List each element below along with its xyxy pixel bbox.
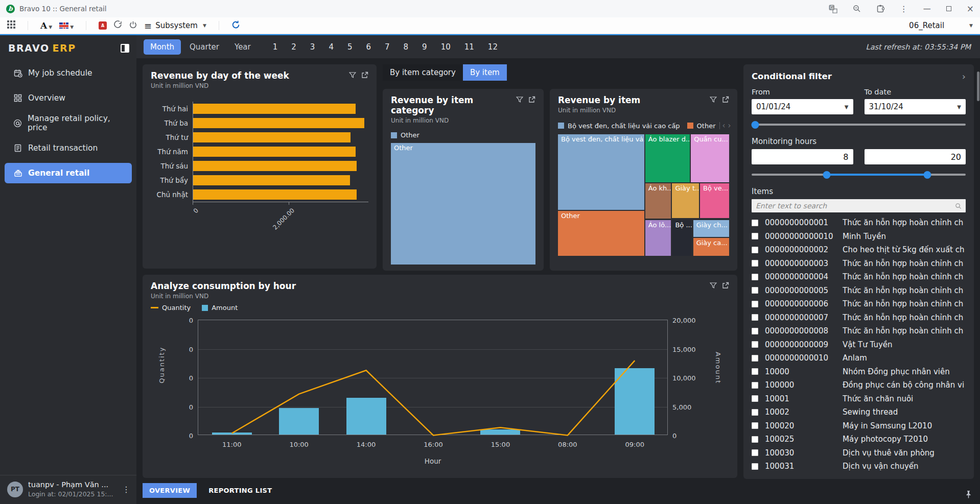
item-checkbox[interactable] — [752, 409, 758, 416]
item-checkbox[interactable] — [752, 463, 758, 470]
font-selector[interactable]: A▼ — [40, 20, 52, 31]
treemap-tile[interactable]: Bộ vest đen, chất liệu vả... — [558, 134, 644, 210]
revenue-bar[interactable] — [193, 104, 356, 114]
treemap-tile[interactable]: Quần cu... — [691, 134, 729, 182]
sidebar-item-overview[interactable]: Overview — [5, 88, 132, 108]
month-number-12[interactable]: 12 — [488, 42, 498, 52]
subsystem-menu[interactable]: ≡Subsystem▼ — [144, 20, 206, 31]
month-number-2[interactable]: 2 — [291, 42, 296, 52]
logout-arrow-icon[interactable] — [114, 20, 122, 31]
user-menu-icon[interactable]: ⋮ — [122, 485, 130, 494]
nav-prev-icon[interactable]: ‹ — [722, 121, 726, 130]
sidebar-item-my-job-schedule[interactable]: My job schedule — [5, 63, 132, 83]
power-icon[interactable] — [129, 21, 137, 31]
profile-caret-icon[interactable]: ▼ — [969, 23, 973, 28]
item-checkbox[interactable] — [752, 422, 758, 429]
hour-to-input[interactable] — [865, 149, 966, 164]
view-tab-by-item-category[interactable]: By item category — [383, 64, 463, 81]
zoom-search-icon[interactable] — [853, 5, 861, 13]
extensions-icon[interactable] — [876, 5, 884, 13]
item-checkbox[interactable] — [752, 341, 758, 348]
item-checkbox[interactable] — [752, 233, 758, 239]
item-checkbox[interactable] — [752, 328, 758, 334]
month-number-8[interactable]: 8 — [404, 42, 409, 52]
month-number-6[interactable]: 6 — [366, 42, 371, 52]
profile-selector[interactable]: 06_Retail — [909, 21, 944, 30]
month-number-4[interactable]: 4 — [329, 42, 334, 52]
revenue-bar[interactable] — [193, 132, 351, 142]
item-checkbox[interactable] — [752, 301, 758, 307]
month-number-5[interactable]: 5 — [347, 42, 353, 52]
period-tab-month[interactable]: Month — [144, 39, 181, 55]
treemap-tile[interactable]: Áo lô... — [645, 220, 671, 256]
close-button[interactable]: × — [967, 4, 974, 14]
revenue-bar[interactable] — [193, 161, 357, 171]
item-checkbox[interactable] — [752, 449, 758, 456]
sidebar-collapse-icon[interactable] — [121, 44, 129, 53]
revenue-bar[interactable] — [193, 189, 357, 200]
revenue-bar[interactable] — [193, 175, 350, 185]
scrollbar[interactable] — [976, 58, 980, 504]
month-number-1[interactable]: 1 — [273, 42, 278, 52]
item-checkbox[interactable] — [752, 247, 758, 253]
item-checkbox[interactable] — [752, 314, 758, 321]
treemap-tile[interactable]: Giày ch... — [693, 220, 729, 237]
pin-icon[interactable] — [965, 490, 972, 501]
item-checkbox[interactable] — [752, 436, 758, 443]
month-number-9[interactable]: 9 — [422, 42, 427, 52]
footer-tab-overview[interactable]: OVERVIEW — [143, 483, 197, 498]
revenue-bar[interactable] — [193, 118, 364, 128]
range-low-handle[interactable] — [823, 171, 830, 179]
treemap-tile[interactable]: Áo blazer d... — [645, 134, 690, 182]
minimize-button[interactable]: — — [923, 4, 931, 13]
item-checkbox[interactable] — [752, 395, 758, 402]
apps-grid-icon[interactable] — [7, 20, 15, 31]
month-number-11[interactable]: 11 — [464, 42, 474, 52]
treemap-tile[interactable]: Bộ ve... — [700, 183, 729, 218]
sidebar-item-manage-retail-policy-price[interactable]: Manage retail policy, price — [5, 113, 132, 133]
panel-collapse-icon[interactable]: › — [962, 71, 966, 82]
hour-from-input[interactable] — [752, 149, 853, 164]
item-checkbox[interactable] — [752, 355, 758, 362]
maximize-button[interactable] — [946, 6, 951, 11]
item-checkbox[interactable] — [752, 287, 758, 294]
treemap-tile[interactable]: Giày ca... — [693, 238, 729, 256]
treemap-tile[interactable]: Other — [558, 211, 644, 256]
month-number-10[interactable]: 10 — [441, 42, 451, 52]
date-slider-handle[interactable] — [752, 121, 759, 129]
filter-funnel-icon[interactable] — [710, 96, 717, 103]
treemap-tile[interactable]: Other — [391, 143, 535, 265]
translate-icon[interactable]: G — [829, 5, 837, 13]
nav-next-icon[interactable]: › — [728, 121, 731, 130]
filter-funnel-icon[interactable] — [349, 71, 356, 79]
period-tab-year[interactable]: Year — [228, 39, 258, 55]
expand-icon[interactable] — [722, 282, 729, 289]
filter-funnel-icon[interactable] — [516, 96, 523, 103]
from-date-input[interactable]: 01/01/24▼ — [752, 99, 853, 114]
item-checkbox[interactable] — [752, 260, 758, 267]
month-number-7[interactable]: 7 — [385, 42, 390, 52]
item-checkbox[interactable] — [752, 274, 758, 280]
sidebar-item-retail-transaction[interactable]: Retail transaction — [5, 138, 132, 158]
footer-tab-reporting-list[interactable]: REPORTING LIST — [202, 483, 278, 498]
browser-menu-icon[interactable]: ⋮ — [900, 4, 908, 14]
revenue-bar[interactable] — [193, 147, 356, 157]
filter-funnel-icon[interactable] — [710, 282, 717, 289]
refresh-icon[interactable] — [231, 20, 240, 31]
expand-icon[interactable] — [361, 71, 368, 79]
to-date-input[interactable]: 31/10/24▼ — [865, 99, 966, 114]
expand-icon[interactable] — [528, 96, 535, 103]
period-tab-quarter[interactable]: Quarter — [183, 39, 226, 55]
item-checkbox[interactable] — [752, 382, 758, 389]
expand-icon[interactable] — [722, 96, 729, 103]
range-high-handle[interactable] — [923, 171, 931, 179]
item-checkbox[interactable] — [752, 220, 758, 226]
month-number-3[interactable]: 3 — [310, 42, 315, 52]
language-selector[interactable]: ▼ — [59, 21, 74, 31]
pdf-export-icon[interactable]: A — [99, 21, 107, 30]
treemap-tile[interactable]: Bộ ... — [672, 220, 692, 256]
view-tab-by-item[interactable]: By item — [463, 64, 507, 81]
item-checkbox[interactable] — [752, 368, 758, 375]
treemap-tile[interactable]: Giày t... — [672, 183, 698, 218]
items-search-input[interactable] — [756, 202, 955, 210]
